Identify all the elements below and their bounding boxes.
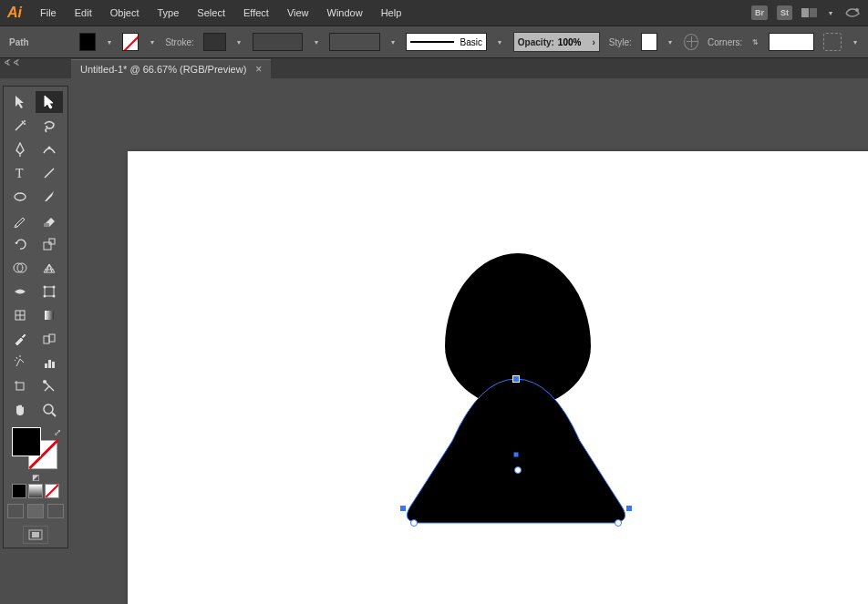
tools-panel: T	[3, 86, 68, 548]
blend-tool[interactable]	[36, 328, 63, 350]
corners-label: Corners:	[708, 37, 742, 47]
svg-point-4	[15, 193, 26, 200]
svg-point-0	[855, 8, 859, 12]
artboard-tool[interactable]	[6, 375, 34, 397]
menu-select[interactable]: Select	[190, 4, 232, 22]
symbol-sprayer-tool[interactable]	[6, 352, 34, 374]
gradient-tool[interactable]	[36, 304, 63, 326]
svg-rect-22	[48, 360, 51, 368]
selection-tool[interactable]	[6, 91, 34, 113]
magic-wand-tool[interactable]	[6, 115, 34, 137]
graphic-style-swatch[interactable]	[641, 33, 657, 51]
arrange-dropdown-icon[interactable]: ▾	[826, 8, 835, 17]
pencil-tool[interactable]	[6, 210, 34, 231]
gpu-preview-icon[interactable]	[844, 5, 861, 20]
slice-tool[interactable]	[36, 375, 63, 397]
stroke-weight-stepper-icon[interactable]: ▾	[235, 37, 243, 46]
scale-tool[interactable]	[36, 233, 63, 255]
type-tool[interactable]: T	[6, 162, 34, 184]
svg-point-28	[44, 404, 53, 414]
brush-definition[interactable]	[329, 33, 379, 51]
stroke-weight-input[interactable]	[203, 33, 226, 51]
svg-line-29	[52, 413, 56, 416]
artboard[interactable]	[128, 151, 868, 604]
menu-view[interactable]: View	[280, 4, 316, 22]
document-tab[interactable]: Untitled-1* @ 66.67% (RGB/Preview) ×	[71, 59, 271, 78]
direct-selection-tool[interactable]	[36, 91, 63, 113]
hand-tool[interactable]	[6, 399, 34, 421]
menu-type[interactable]: Type	[150, 4, 187, 22]
color-mode-gradient[interactable]	[28, 484, 43, 498]
corners-input[interactable]	[769, 33, 814, 51]
column-graph-tool[interactable]	[36, 352, 63, 374]
zoom-tool[interactable]	[36, 399, 63, 421]
curvature-tool[interactable]	[36, 138, 63, 160]
perspective-grid-tool[interactable]	[36, 257, 63, 279]
svg-line-3	[45, 169, 54, 178]
svg-text:T: T	[16, 167, 24, 179]
svg-point-14	[53, 295, 56, 298]
isolate-mode-icon[interactable]	[823, 33, 842, 51]
ellipse-tool[interactable]	[6, 186, 34, 208]
draw-inside-icon[interactable]	[47, 504, 64, 518]
free-transform-tool[interactable]	[36, 281, 63, 302]
svg-rect-24	[16, 383, 24, 390]
opacity-control[interactable]: Opacity: 100% ›	[513, 32, 600, 52]
variable-width-profile[interactable]	[253, 33, 303, 51]
selected-triangle-path[interactable]	[398, 377, 635, 527]
control-bar: Path ▾ ▾ Stroke: ▾ ▾ ▾ Basic ▾ Opacity: …	[0, 26, 868, 58]
draw-behind-icon[interactable]	[27, 504, 44, 518]
shape-builder-tool[interactable]	[6, 257, 34, 279]
menu-file[interactable]: File	[33, 4, 64, 22]
stock-badge[interactable]: St	[777, 5, 792, 20]
width-tool[interactable]	[6, 281, 34, 302]
app-logo-ai: Ai	[7, 5, 22, 21]
stroke-swatch[interactable]	[122, 33, 139, 51]
line-tool[interactable]	[36, 162, 63, 184]
color-mode-none[interactable]	[45, 484, 59, 498]
stroke-dropdown-icon[interactable]: ▾	[148, 37, 156, 46]
more-options-icon[interactable]: ▾	[851, 37, 859, 46]
draw-mode-row	[5, 504, 66, 518]
screen-mode-button[interactable]	[23, 526, 48, 544]
paintbrush-tool[interactable]	[36, 186, 63, 208]
lasso-tool[interactable]	[36, 115, 63, 137]
rotate-tool[interactable]	[6, 233, 34, 255]
svg-rect-7	[49, 239, 55, 244]
svg-point-13	[44, 295, 46, 298]
fill-stroke-control[interactable]: ⤢	[10, 427, 61, 467]
default-fill-stroke-icon[interactable]: ◩	[32, 473, 40, 482]
brush-basic[interactable]: Basic	[406, 33, 486, 51]
pen-tool[interactable]	[6, 138, 34, 160]
eyedropper-tool[interactable]	[6, 328, 34, 350]
menu-object[interactable]: Object	[103, 4, 147, 22]
fill-color-box[interactable]	[12, 427, 41, 456]
close-tab-icon[interactable]: ×	[255, 63, 262, 76]
svg-point-27	[43, 380, 46, 384]
menu-effect[interactable]: Effect	[236, 4, 276, 22]
draw-normal-icon[interactable]	[7, 504, 24, 518]
recolor-artwork-icon[interactable]	[684, 34, 698, 50]
fill-dropdown-icon[interactable]: ▾	[105, 37, 113, 46]
eraser-tool[interactable]	[36, 210, 63, 231]
style-dropdown-icon[interactable]: ▾	[666, 37, 675, 46]
svg-rect-20	[49, 334, 55, 342]
brush-dropdown-icon[interactable]: ▾	[389, 37, 398, 46]
menu-help[interactable]: Help	[374, 4, 409, 22]
selection-type-label: Path	[9, 37, 29, 47]
profile-dropdown-icon[interactable]: ▾	[312, 37, 320, 46]
swap-fill-stroke-icon[interactable]: ⤢	[54, 427, 61, 437]
mesh-tool[interactable]	[6, 304, 34, 326]
fill-swatch[interactable]	[79, 33, 96, 51]
canvas-viewport[interactable]	[71, 78, 868, 604]
menu-window[interactable]: Window	[320, 4, 370, 22]
arrange-documents-icon[interactable]	[801, 8, 817, 17]
workspace: T	[0, 78, 868, 604]
bridge-badge[interactable]: Br	[751, 5, 768, 20]
color-mode-solid[interactable]	[12, 484, 26, 498]
menu-edit[interactable]: Edit	[67, 4, 99, 22]
svg-point-11	[44, 286, 46, 289]
panel-collapse-handle[interactable]: ∢∢	[4, 58, 22, 67]
brush-basic-dropdown-icon[interactable]: ▾	[496, 37, 504, 46]
corners-stepper-icon[interactable]: ⇅	[751, 37, 760, 46]
